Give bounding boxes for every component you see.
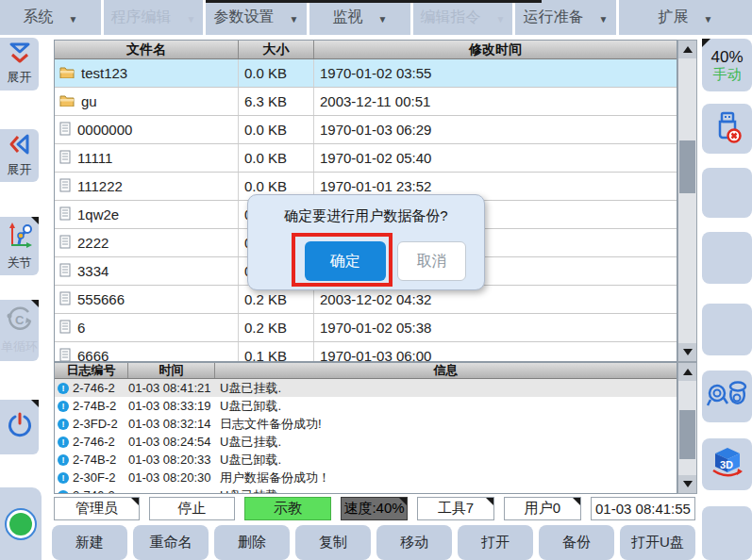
servo-ready-button[interactable] [0,487,42,560]
sidebar-empty-button-4[interactable] [702,506,752,560]
usb-eject-icon [712,110,743,148]
list-item[interactable]: !2-746-201-03 08:24:54U盘已挂载. [55,433,677,451]
menu-item-7[interactable]: 扩展 [619,0,752,35]
speed-mode-button[interactable]: 40% 手动 [702,39,752,91]
column-header-filename[interactable]: 文件名 [55,41,239,58]
log-rows: !2-746-201-03 08:41:21U盘已挂载.!2-74B-201-0… [55,379,677,494]
list-item[interactable]: !2-74B-201-03 08:20:33U盘已卸载. [55,451,677,469]
usb-eject-button[interactable] [702,104,752,154]
bottom-button-4[interactable]: 复制 [295,525,371,560]
file-name: 1qw2e [77,206,119,222]
status-teach-mode[interactable]: 示教 [244,497,331,520]
menu-item-3[interactable]: 参数设置 [206,0,307,35]
file-name: 2222 [77,235,109,251]
3d-cube-icon: 3D [710,446,745,484]
bottom-button-3[interactable]: 删除 [214,525,290,560]
menu-item-label: 系统 [24,8,54,27]
table-row[interactable]: gu6.3 KB2003-12-11 00:51 [55,88,677,116]
sidebar-power-button[interactable] [0,400,39,454]
info-icon: ! [58,472,69,484]
list-item[interactable]: !2-746-2U盘已挂载. [55,486,677,494]
top-focus-line [206,0,542,3]
info-icon: ! [58,436,69,448]
info-icon: ! [58,401,69,412]
menu-item-label: 编辑指令 [421,8,481,27]
3d-view-button[interactable]: 3D [702,438,752,490]
file-table-scrollbar[interactable] [677,40,697,362]
scroll-down-icon[interactable] [678,475,696,493]
expand-down-icon [8,42,32,67]
status-user-frame[interactable]: 用户0 [504,497,581,520]
dialog-message: 确定要进行用户数据备份? [248,207,484,225]
table-row[interactable]: 66660.1 KB1970-01-03 06:00 [55,342,677,362]
cancel-button[interactable]: 取消 [397,241,466,281]
list-item[interactable]: !2-3FD-201-03 08:32:14日志文件备份成功! [55,415,677,433]
file-size: 0.0 KB [239,59,314,87]
bottom-button-5[interactable]: 移动 [376,525,452,560]
list-item[interactable]: !2-30F-201-03 08:20:30用户数据备份成功！ [55,469,677,486]
sidebar-joint-button[interactable]: 关节 [0,217,39,275]
menu-item-label: 运行准备 [524,8,584,27]
file-size: 6.3 KB [239,88,314,115]
info-icon: ! [58,383,69,394]
file-name: gu [81,93,97,109]
sidebar-empty-button-3[interactable] [702,304,752,355]
file-name: test123 [81,65,127,81]
file-name: 0000000 [77,122,132,138]
column-header-log-message[interactable]: 信息 [215,363,677,378]
jog-controller-button[interactable] [702,371,752,422]
file-size: 0.1 KB [239,342,314,362]
status-clock: 01-03 08:41:55 [591,497,695,520]
file-icon [59,291,71,308]
file-mtime: 2003-12-11 00:51 [314,88,677,115]
scrollbar-thumb[interactable] [679,140,695,193]
file-mtime: 1970-01-03 06:00 [314,342,677,362]
scroll-up-icon[interactable] [678,363,696,381]
bottom-button-2[interactable]: 重命名 [133,525,209,560]
sidebar-label: 展开 [8,69,32,86]
menu-item-4[interactable]: 监视 [309,0,410,35]
confirm-button[interactable]: 确定 [305,241,386,281]
status-speed[interactable]: 速度:40% [341,497,408,520]
bottom-button-6[interactable]: 打开 [458,525,533,560]
file-icon [59,348,71,363]
sidebar-expand-left-button[interactable]: 展开 [0,129,39,182]
backup-confirm-dialog: 确定要进行用户数据备份? 确定 取消 [247,194,485,290]
column-header-mtime[interactable]: 修改时间 [314,41,677,58]
column-header-log-time[interactable]: 时间 [128,363,215,378]
status-tool[interactable]: 工具7 [417,497,494,520]
table-row[interactable]: test1230.0 KB1970-01-02 03:55 [55,59,677,88]
list-item[interactable]: !2-746-201-03 08:41:21U盘已挂载. [55,379,677,397]
power-icon [6,411,34,443]
file-mtime: 1970-01-02 05:38 [314,314,677,341]
info-icon: ! [58,419,69,430]
log-message: U盘已卸载. [215,452,677,469]
bottom-button-1[interactable]: 新建 [52,525,127,560]
log-code: 2-74B-2 [73,399,116,413]
scrollbar-thumb[interactable] [679,410,695,459]
sidebar-single-cycle-button: C 单循环 [0,300,39,361]
sidebar-empty-button-1[interactable] [702,168,752,218]
table-row[interactable]: 111110.0 KB1970-01-02 05:40 [55,144,677,173]
log-time: 01-03 08:24:54 [128,435,215,449]
scroll-up-icon[interactable] [678,41,696,58]
scroll-down-icon[interactable] [678,343,696,361]
file-name: 555666 [77,291,125,307]
sidebar-empty-button-2[interactable] [702,232,752,284]
log-table-scrollbar[interactable] [677,362,697,494]
list-item[interactable]: !2-74B-201-03 08:33:19U盘已卸载. [55,397,677,415]
column-header-log-code[interactable]: 日志编号 [55,363,128,378]
menu-item-2: 程序编辑 [104,0,203,35]
menu-item-1[interactable]: 系统 [0,0,101,35]
status-user-level[interactable]: 管理员 [54,497,140,520]
table-row[interactable]: 60.2 KB1970-01-02 05:38 [55,314,677,342]
column-header-size[interactable]: 大小 [239,41,314,58]
menu-item-6[interactable]: 运行准备 [515,0,616,35]
menu-item-label: 扩展 [659,8,689,27]
table-row[interactable]: 00000000.0 KB1970-01-03 06:29 [55,116,677,144]
sidebar-expand-down-button[interactable]: 展开 [0,38,39,91]
bottom-button-7[interactable]: 备份 [539,525,614,560]
bottom-button-8[interactable]: 打开U盘 [620,525,695,560]
file-icon [59,178,71,195]
status-run-state[interactable]: 停止 [149,497,235,520]
